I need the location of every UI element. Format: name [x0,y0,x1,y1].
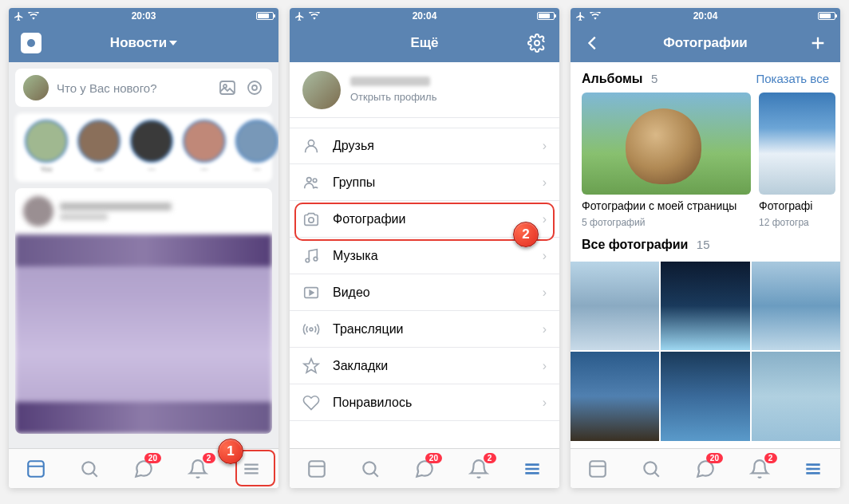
chevron-left-icon [584,34,602,52]
album-title: Фотографі [759,199,835,212]
svg-point-11 [535,41,539,45]
svg-line-7 [93,472,97,476]
tab-news[interactable] [580,451,615,486]
airplane-mode-icon [14,11,24,22]
menu-item-groups[interactable]: Группы › [290,164,559,201]
camera-icon [302,211,320,228]
svg-rect-22 [309,461,325,477]
menu-item-friends[interactable]: Друзья › [290,128,559,164]
album-item[interactable]: Фотографии с моей страницы 5 фотографий [582,93,751,228]
svg-point-13 [307,177,312,182]
all-photos-count: 15 [697,238,710,251]
user-avatar[interactable] [23,75,49,100]
photo-cell[interactable] [661,352,749,440]
menu-item-liked[interactable]: Понравилось › [290,384,559,421]
profile-row[interactable]: Открыть профиль [290,62,559,118]
compose-row[interactable]: Что у Вас нового? [15,69,272,107]
heart-icon [302,394,320,411]
status-bar: 20:04 [290,8,559,24]
album-title: Фотографии с моей страницы [582,199,751,212]
tab-bar: 20 2 1 [9,448,278,488]
battery-icon [818,12,835,20]
tab-search[interactable] [72,451,107,486]
menu-label: Музыка [333,249,378,263]
chevron-right-icon: › [543,322,547,337]
albums-row[interactable]: Фотографии с моей страницы 5 фотографий … [571,93,840,228]
status-time: 20:03 [132,10,156,22]
menu-item-live[interactable]: Трансляции › [290,311,559,348]
battery-icon [256,12,274,20]
chevron-right-icon: › [543,212,547,226]
chevron-down-icon [169,41,177,45]
all-photos-title: Все фотографии [582,238,688,251]
svg-line-25 [374,472,378,476]
tab-news[interactable] [18,451,53,486]
svg-point-16 [306,258,310,262]
friends-icon [302,137,320,155]
tab-notifications[interactable]: 2 [742,451,777,486]
nav-header: Фотографии [571,24,840,62]
tab-search[interactable] [353,451,388,486]
back-button[interactable] [580,34,606,52]
svg-point-33 [645,462,657,474]
add-button[interactable] [805,34,831,52]
photo-cell[interactable] [571,352,659,440]
tab-messages[interactable]: 20 [407,451,442,486]
menu-item-bookmarks[interactable]: Закладки › [290,348,559,384]
nav-title-text: Ещё [410,35,438,51]
profile-name-blurred [350,77,430,86]
badge-notif: 2 [484,453,496,463]
nav-header: Новости [9,24,278,62]
feed-post[interactable] [15,188,272,434]
album-subtitle: 12 фотогра [759,217,835,228]
svg-point-12 [308,140,314,146]
tab-notifications[interactable]: 2 [461,451,496,486]
tab-news[interactable] [299,451,334,486]
tab-notifications[interactable]: 2 [180,451,215,486]
plus-icon [809,34,827,52]
show-all-link[interactable]: Показать все [756,72,829,85]
stories-row[interactable]: You — — — — [15,113,272,182]
compose-input[interactable]: Что у Вас нового? [57,81,210,95]
menu-label: Трансляции [333,322,404,337]
menu-list: Друзья › Группы › Фотографии › Музыка › … [290,128,559,421]
broadcast-icon [302,321,320,338]
settings-button[interactable] [524,33,550,53]
album-thumbnail [582,93,751,195]
svg-point-15 [309,217,314,222]
tab-search[interactable] [634,451,669,486]
status-time: 20:04 [693,10,718,22]
menu-item-video[interactable]: Видео › [290,274,559,311]
photo-cell[interactable] [752,262,840,350]
album-item[interactable]: Фотографі 12 фотогра [759,93,835,228]
airplane-mode-icon [294,11,305,22]
tab-menu[interactable] [515,451,550,486]
svg-point-14 [313,178,317,182]
albums-title: Альбомы [582,72,643,85]
open-profile-label: Открыть профиль [350,91,436,103]
album-thumbnail [759,93,835,195]
more-content: Открыть профиль Друзья › Группы › Фотогр… [290,62,559,448]
nav-title-dropdown[interactable]: Новости [110,35,177,51]
svg-line-34 [655,472,659,476]
photo-cell[interactable] [571,262,659,350]
menu-label: Друзья [333,139,374,153]
photos-content: Альбомы 5 Показать все Фотографии с моей… [571,62,840,448]
nav-title-text: Новости [110,35,167,51]
screen-more: 20:04 Ещё Открыть профиль Друзья › Групп… [290,8,559,488]
tab-menu[interactable] [796,451,831,486]
photo-cell[interactable] [752,352,840,440]
camera-button[interactable] [18,33,44,53]
chevron-right-icon: › [543,359,547,373]
photo-cell[interactable] [661,262,749,350]
live-icon[interactable] [245,78,264,97]
tab-messages[interactable]: 20 [126,451,161,486]
tab-bar: 20 2 [571,448,840,488]
svg-rect-0 [220,81,235,94]
screen-photos: 20:04 Фотографии Альбомы 5 Показать все … [571,8,840,488]
svg-marker-21 [304,358,318,372]
photo-icon[interactable] [218,78,237,97]
albums-header: Альбомы 5 Показать все [571,62,840,93]
svg-point-6 [83,462,95,474]
tab-messages[interactable]: 20 [688,451,723,486]
